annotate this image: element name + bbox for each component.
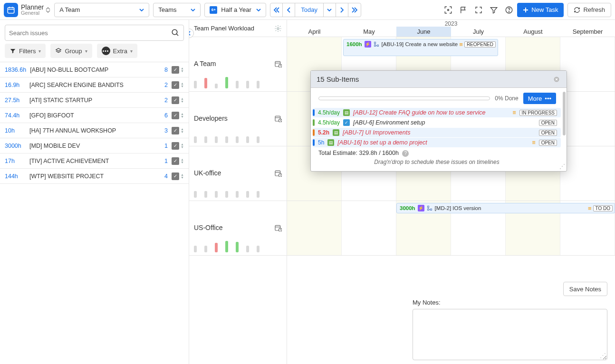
- subitems-list: 4.5h/day▤[ABU-12] Create FAQ guide on ho…: [313, 108, 561, 147]
- panel-title: Team Panel Workload: [194, 25, 254, 32]
- month-header[interactable]: June: [396, 27, 451, 37]
- sort-icon[interactable]: ▲▼: [181, 113, 184, 118]
- scope-select[interactable]: Teams: [153, 3, 201, 17]
- sort-icon[interactable]: ▲▼: [181, 158, 184, 164]
- issue-label: [TIV] ACTIVE ACHIEVEMENT: [29, 158, 161, 164]
- issue-row[interactable]: 16.9h[ARC] SEARCH ENGINE BANDITS2✓▲▼: [0, 77, 189, 93]
- svg-rect-24: [374, 42, 375, 44]
- note-icon: ▤: [343, 109, 350, 116]
- issue-row[interactable]: 10h[HA] 7TH ANNUAL WORKSHOP3✓▲▼: [0, 123, 189, 138]
- nav-next-button[interactable]: [336, 3, 348, 17]
- group-chip[interactable]: Group ▾: [50, 44, 92, 58]
- checkbox-icon[interactable]: ✓: [172, 172, 179, 180]
- layers-icon: [55, 48, 62, 54]
- sort-icon[interactable]: ▲▼: [181, 143, 184, 149]
- popup-title: 15 Sub-Items: [317, 75, 359, 83]
- issue-hours: 27.5h: [5, 97, 26, 104]
- new-task-button[interactable]: New Task: [517, 3, 564, 17]
- filter-icon[interactable]: [490, 6, 498, 14]
- flag-icon[interactable]: [459, 6, 468, 14]
- checkbox-icon[interactable]: ✓: [172, 66, 179, 74]
- nav-first-button[interactable]: [270, 3, 283, 17]
- range-select[interactable]: 6+ Half a Year: [204, 3, 266, 17]
- gear-icon[interactable]: [274, 25, 282, 32]
- schedule-icon[interactable]: [274, 115, 282, 122]
- month-header[interactable]: April: [287, 27, 342, 37]
- issue-row[interactable]: 1836.6h[ABU] NO-BULL BOOTCAMP8✓▲▼: [0, 62, 189, 77]
- filters-chip[interactable]: Filters ▾: [5, 44, 46, 58]
- close-icon[interactable]: [552, 75, 561, 84]
- month-header[interactable]: July: [451, 27, 506, 37]
- team-select[interactable]: A Team: [54, 3, 149, 17]
- more-button[interactable]: More •••: [523, 93, 556, 104]
- search-input-wrap[interactable]: [5, 25, 184, 41]
- nav-last-button[interactable]: [348, 3, 361, 17]
- sort-icon[interactable]: ▲▼: [181, 82, 184, 88]
- checkbox-icon[interactable]: ✓: [172, 127, 179, 134]
- help-icon[interactable]: [505, 6, 513, 14]
- checkbox-icon[interactable]: ✓: [172, 142, 179, 150]
- checkbox-icon[interactable]: ✓: [172, 81, 179, 89]
- fullscreen-icon[interactable]: [474, 6, 483, 14]
- issue-hours: 1836.6h: [5, 67, 26, 73]
- new-task-label: New Task: [531, 6, 558, 13]
- save-notes-button[interactable]: Save Notes: [563, 282, 607, 296]
- svg-rect-0: [8, 7, 14, 13]
- sub-item[interactable]: 4.5h/day▤[ABU-12] Create FAQ guide on ho…: [313, 108, 561, 117]
- issue-label: [ABU] NO-BULL BOOTCAMP: [30, 67, 161, 73]
- team-select-value: A Team: [59, 6, 80, 13]
- extra-chip[interactable]: ••• Extra ▾: [97, 44, 137, 58]
- issue-row[interactable]: 27.5h[ATI] STATIC STARTUP2✓▲▼: [0, 93, 189, 108]
- app-switch-icon[interactable]: [46, 7, 50, 13]
- issue-row[interactable]: 74.4h[GFO] BIGFOOT6✓▲▼: [0, 108, 189, 123]
- sub-item[interactable]: 5.2h▤[ABU-7] UI ImprovementsOPEN: [313, 128, 561, 137]
- sort-icon[interactable]: ▲▼: [181, 67, 184, 73]
- task-card-md2[interactable]: 3000h ⚡ [MD-2] IOS version ≡TO DO: [396, 203, 615, 213]
- search-icon: [171, 29, 180, 37]
- month-header[interactable]: May: [342, 27, 396, 37]
- priority-icon: ≡: [512, 109, 516, 116]
- svg-point-9: [172, 29, 177, 35]
- team-row: US-Office: [189, 201, 287, 256]
- caret-down-icon: ▾: [130, 48, 133, 54]
- chevron-down-icon: [191, 9, 195, 11]
- sort-icon[interactable]: ▲▼: [181, 173, 184, 179]
- issue-row[interactable]: 3000h[MD] MOBILE DEV1✓▲▼: [0, 138, 189, 153]
- resize-grip-icon[interactable]: ⋰: [559, 163, 565, 170]
- schedule-icon[interactable]: [274, 169, 282, 177]
- task-card-abu19[interactable]: 1600h ⚡ [ABU-19] Create a new website ≡R…: [343, 39, 498, 56]
- sort-icon[interactable]: ▲▼: [181, 128, 184, 134]
- issue-label: [HA] 7TH ANNUAL WORKSHOP: [29, 127, 161, 134]
- scrollbar[interactable]: [563, 92, 566, 135]
- month-header[interactable]: September: [560, 27, 615, 37]
- issue-row[interactable]: 17h[TIV] ACTIVE ACHIEVEMENT1✓▲▼: [0, 153, 189, 169]
- nav-prev-button[interactable]: [283, 3, 295, 17]
- focus-icon[interactable]: [444, 6, 452, 14]
- resize-grip-icon[interactable]: ⋰: [600, 352, 606, 359]
- nav-today-dropdown[interactable]: [324, 3, 336, 17]
- issue-row[interactable]: 144h[WTP] WEBSITE PROJECT4✓▲▼: [0, 169, 189, 184]
- issue-label: [WTP] WEBSITE PROJECT: [29, 173, 161, 180]
- checkbox-icon[interactable]: ✓: [172, 112, 179, 119]
- month-header[interactable]: August: [506, 27, 560, 37]
- epic-icon: ⚡: [365, 41, 371, 48]
- refresh-button[interactable]: Refresh: [567, 3, 611, 17]
- sub-item[interactable]: 5h▤[ABU-16] to set up a demo project≡OPE…: [313, 138, 561, 147]
- app-name: Planner: [21, 4, 44, 10]
- checkbox-icon[interactable]: ✓: [172, 157, 179, 165]
- checkbox-icon[interactable]: ✓: [172, 96, 179, 104]
- refresh-icon: [574, 7, 580, 13]
- svg-rect-29: [427, 206, 429, 208]
- task-hours: 3000h: [400, 205, 415, 211]
- notes-textarea[interactable]: ⋰: [413, 309, 607, 360]
- progress-done: 0% Done: [495, 95, 518, 102]
- note-icon: ▤: [327, 139, 334, 146]
- more-dots-icon: •••: [545, 95, 551, 102]
- schedule-icon[interactable]: [274, 224, 282, 231]
- nav-today-button[interactable]: Today: [295, 3, 324, 17]
- sub-item[interactable]: 4.5h/day✓[ABU-6] Environment setupOPEN: [313, 118, 561, 127]
- search-input[interactable]: [9, 29, 168, 37]
- schedule-icon[interactable]: [274, 60, 282, 67]
- help-icon[interactable]: ?: [402, 150, 409, 157]
- sort-icon[interactable]: ▲▼: [181, 97, 184, 103]
